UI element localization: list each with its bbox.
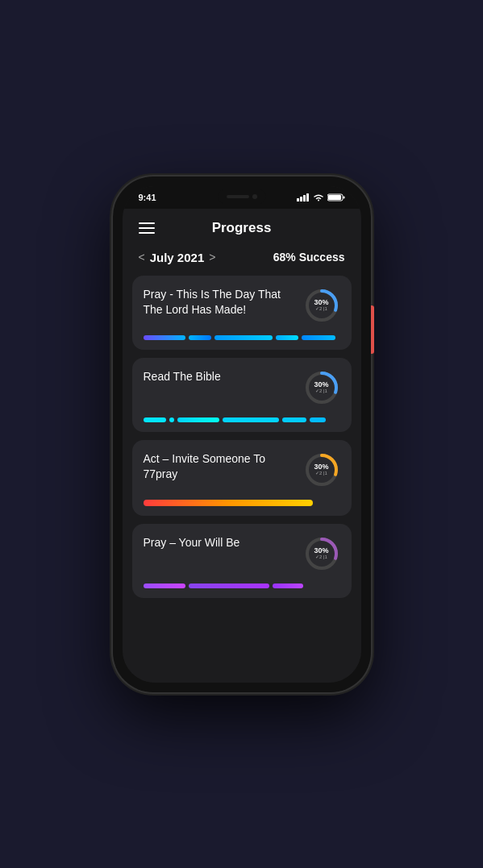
- circle-sub: ✓2 |1: [314, 470, 328, 476]
- habit-card-top: Read The Bible 30% ✓2 |1: [144, 369, 340, 406]
- progress-dot: [169, 417, 174, 422]
- month-navigation: < July 2021 > 68% Success: [123, 244, 361, 276]
- progress-bar-segment: [273, 584, 303, 588]
- habit-card-pray-this-is-the-day[interactable]: Pray - This Is The Day That The Lord Has…: [132, 276, 352, 350]
- habit-progress-bars: [144, 584, 340, 588]
- phone-device: 9:41: [113, 177, 371, 692]
- circle-inner: 30% ✓2 |1: [314, 546, 328, 560]
- app-content: Progress < July 2021 > 68% Success Pray …: [123, 209, 361, 683]
- circle-inner: 30% ✓2 |1: [314, 380, 328, 394]
- habit-card-top: Pray – Your Will Be 30% ✓2 |1: [144, 535, 340, 572]
- progress-bar-segment: [310, 417, 326, 422]
- habit-card-top: Pray - This Is The Day That The Lord Has…: [144, 287, 340, 324]
- habit-card-read-the-bible[interactable]: Read The Bible 30% ✓2 |1: [132, 358, 352, 432]
- habit-progress-bars: [144, 335, 340, 340]
- circle-percent: 30%: [314, 380, 328, 388]
- menu-line-1: [139, 222, 155, 224]
- progress-bar-segment: [276, 335, 298, 340]
- circle-sub: ✓2 |1: [314, 554, 328, 560]
- svg-rect-0: [297, 198, 299, 201]
- month-nav-left: < July 2021 >: [139, 251, 216, 264]
- habit-progress-circle: 30% ✓2 |1: [303, 369, 340, 406]
- habit-progress-circle: 30% ✓2 |1: [303, 287, 340, 324]
- habits-list: Pray - This Is The Day That The Lord Has…: [123, 276, 361, 598]
- status-icons: [297, 193, 345, 201]
- progress-bar-segment: [282, 417, 306, 422]
- progress-bar-segment: [302, 335, 335, 340]
- svg-rect-3: [306, 193, 309, 201]
- notch: [218, 189, 266, 204]
- habit-card-act-invite[interactable]: Act – Invite Someone To 77pray 30% ✓2 |1: [132, 440, 352, 516]
- progress-bar-segment: [144, 584, 185, 588]
- circle-percent: 30%: [314, 546, 328, 554]
- habit-title: Pray – Your Will Be: [144, 535, 303, 551]
- status-bar: 9:41: [123, 186, 361, 209]
- menu-line-2: [139, 227, 155, 229]
- progress-bar-segment: [223, 417, 279, 422]
- signal-icon: [297, 193, 310, 201]
- circle-sub: ✓2 |1: [314, 388, 328, 394]
- speaker: [227, 195, 249, 198]
- month-label: July 2021: [150, 251, 205, 264]
- progress-bar-segment: [177, 417, 219, 422]
- habit-progress-bars: [144, 500, 340, 506]
- phone-screen: 9:41: [123, 186, 361, 683]
- progress-bar-segment: [189, 584, 269, 588]
- habit-title: Read The Bible: [144, 369, 303, 385]
- progress-bar-segment: [189, 335, 211, 340]
- habit-card-pray-your-will-be[interactable]: Pray – Your Will Be 30% ✓2 |1: [132, 524, 352, 598]
- circle-inner: 30% ✓2 |1: [314, 463, 328, 476]
- next-month-button[interactable]: >: [209, 251, 215, 264]
- svg-rect-6: [343, 196, 344, 198]
- circle-percent: 30%: [314, 298, 328, 305]
- progress-bar-segment: [144, 335, 185, 340]
- habit-progress-bars: [144, 417, 340, 422]
- success-rate: 68% Success: [273, 251, 345, 264]
- circle-inner: 30% ✓2 |1: [314, 298, 328, 312]
- menu-line-3: [139, 232, 155, 234]
- svg-rect-2: [303, 195, 306, 201]
- habit-title: Pray - This Is The Day That The Lord Has…: [144, 287, 303, 318]
- svg-rect-1: [300, 197, 302, 201]
- status-time: 9:41: [139, 193, 156, 202]
- wifi-icon: [313, 193, 324, 201]
- circle-sub: ✓2 |1: [314, 305, 328, 312]
- progress-bar-segment: [214, 335, 273, 340]
- prev-month-button[interactable]: <: [139, 251, 145, 264]
- habit-card-top: Act – Invite Someone To 77pray 30% ✓2 |1: [144, 451, 340, 488]
- habit-progress-circle: 30% ✓2 |1: [303, 535, 340, 572]
- menu-button[interactable]: [139, 222, 155, 234]
- progress-bar-segment: [144, 417, 166, 422]
- progress-bar-full: [144, 500, 313, 506]
- app-header: Progress: [123, 209, 361, 244]
- habit-progress-circle: 30% ✓2 |1: [303, 451, 340, 488]
- page-title: Progress: [212, 220, 272, 236]
- circle-percent: 30%: [314, 463, 328, 470]
- camera: [252, 194, 257, 199]
- habit-title: Act – Invite Someone To 77pray: [144, 451, 303, 483]
- svg-rect-5: [328, 195, 341, 200]
- battery-icon: [327, 193, 345, 201]
